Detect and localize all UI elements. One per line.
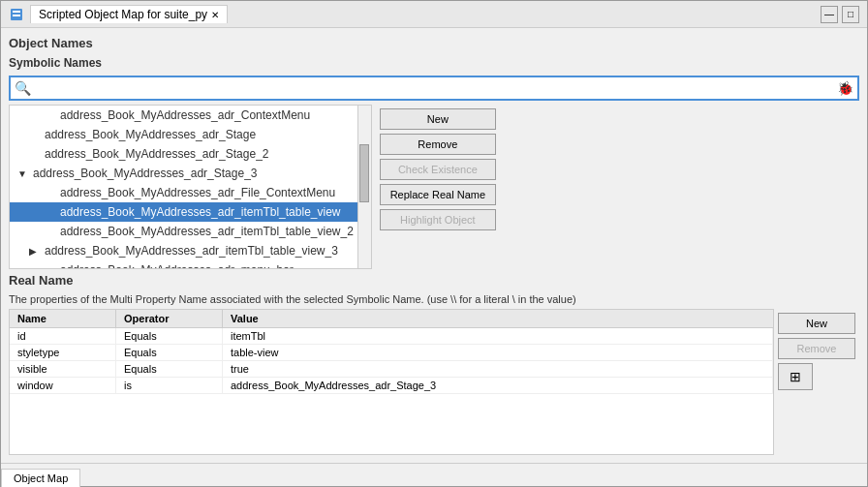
window-controls: — □ (821, 6, 859, 23)
list-item[interactable]: ▼address_Book_MyAddresses_adr_Stage_3 (10, 164, 357, 183)
table-body: idEqualsitemTblstyletypeEqualstable-view… (10, 328, 773, 394)
tab-close-icon[interactable]: ✕ (211, 10, 219, 20)
col-operator: Operator (116, 310, 223, 327)
table-row[interactable]: windowisaddress_Book_MyAddresses_adr_Sta… (10, 378, 773, 394)
window-tab[interactable]: Scripted Object Map for suite_py ✕ (30, 5, 228, 23)
cell-value: address_Book_MyAddresses_adr_Stage_3 (223, 378, 773, 393)
tab-title: Scripted Object Map for suite_py (39, 8, 207, 21)
object-names-title: Object Names (9, 36, 859, 50)
list-item-label: address_Book_MyAddresses_adr_itemTbl_tab… (45, 244, 338, 258)
real-name-title: Real Name (9, 273, 859, 288)
cell-value: true (223, 361, 773, 377)
minimize-button[interactable]: — (821, 6, 838, 23)
maximize-button[interactable]: □ (842, 6, 859, 23)
symbolic-section: address_Book_MyAddresses_adr_ContextMenu… (9, 105, 859, 269)
table-row[interactable]: visibleEqualstrue (10, 361, 773, 378)
list-item-label: address_Book_MyAddresses_adr_itemTbl_tab… (60, 205, 341, 219)
list-item-label: address_Book_MyAddresses_adr_ContextMenu (60, 108, 310, 122)
real-name-section: Real Name The properties of the Multi Pr… (9, 273, 859, 455)
col-name: Name (10, 310, 116, 327)
object-map-tab[interactable]: Object Map (1, 469, 80, 487)
new-property-button[interactable]: New (778, 313, 855, 334)
remove-property-button[interactable]: Remove (778, 338, 855, 359)
symbolic-list-container: address_Book_MyAddresses_adr_ContextMenu… (9, 105, 372, 269)
list-item[interactable]: address_Book_MyAddresses_adr_File_Contex… (10, 183, 357, 202)
list-item[interactable]: address_Book_MyAddresses_adr_Stage_2 (10, 144, 357, 164)
table-area: Name Operator Value idEqualsitemTblstyle… (9, 309, 859, 455)
table-row[interactable]: idEqualsitemTbl (10, 328, 773, 345)
list-item-label: address_Book_MyAddresses_adr_itemTbl_tab… (60, 225, 354, 238)
col-value: Value (223, 310, 773, 327)
list-item[interactable]: address_Book_MyAddresses_adr_itemTbl_tab… (10, 202, 357, 222)
symbolic-side-buttons: New Remove Check Existence Replace Real … (376, 105, 500, 269)
search-end-icon: 🐞 (837, 80, 853, 96)
list-item-label: address_Book_MyAddresses_adr_Stage (45, 128, 256, 141)
svg-rect-1 (13, 11, 20, 13)
list-item-label: address_Book_MyAddresses_adr_Stage_2 (45, 147, 268, 161)
title-bar: Scripted Object Map for suite_py ✕ — □ (1, 1, 867, 28)
icon-action-button[interactable]: ⊞ (778, 363, 813, 390)
svg-rect-2 (13, 15, 20, 16)
cell-operator: Equals (116, 328, 223, 344)
symbolic-scrollbar[interactable] (357, 106, 371, 268)
bottom-tab-bar: Object Map (1, 463, 867, 486)
real-name-description: The properties of the Multi Property Nam… (9, 293, 859, 305)
cell-value: itemTbl (223, 328, 773, 344)
cell-operator: is (116, 378, 223, 393)
search-bar: 🔍 🐞 (9, 76, 859, 101)
cell-operator: Equals (116, 345, 223, 360)
highlight-object-button[interactable]: Highlight Object (380, 209, 496, 230)
list-item-label: address_Book_MyAddresses_adr_menu_bar (60, 263, 294, 268)
main-window: Scripted Object Map for suite_py ✕ — □ O… (0, 0, 868, 487)
cell-name: styletype (10, 345, 116, 360)
list-item-label: address_Book_MyAddresses_adr_File_Contex… (60, 186, 335, 199)
scrollbar-thumb[interactable] (359, 144, 369, 202)
table-header: Name Operator Value (10, 310, 773, 328)
table-side-buttons: New Remove ⊞ (774, 309, 859, 455)
cell-name: id (10, 328, 116, 344)
list-item[interactable]: address_Book_MyAddresses_adr_itemTbl_tab… (10, 222, 357, 241)
table-row[interactable]: styletypeEqualstable-view (10, 345, 773, 361)
list-item[interactable]: address_Book_MyAddresses_adr_ContextMenu (10, 106, 357, 125)
symbolic-list[interactable]: address_Book_MyAddresses_adr_ContextMenu… (10, 106, 357, 268)
cell-value: table-view (223, 345, 773, 360)
title-bar-left: Scripted Object Map for suite_py ✕ (9, 5, 228, 23)
window-icon (9, 7, 24, 22)
search-input[interactable] (35, 81, 837, 95)
remove-symbolic-button[interactable]: Remove (380, 134, 496, 155)
new-symbolic-button[interactable]: New (380, 108, 496, 130)
cell-name: window (10, 378, 116, 393)
symbolic-names-label: Symbolic Names (9, 56, 859, 70)
cell-operator: Equals (116, 361, 223, 377)
cell-name: visible (10, 361, 116, 377)
replace-real-name-button[interactable]: Replace Real Name (380, 184, 496, 205)
list-item[interactable]: ▶address_Book_MyAddresses_adr_itemTbl_ta… (10, 241, 357, 260)
list-item[interactable]: address_Book_MyAddresses_adr_Stage (10, 125, 357, 144)
list-item-label: address_Book_MyAddresses_adr_Stage_3 (33, 167, 257, 180)
properties-table: Name Operator Value idEqualsitemTblstyle… (9, 309, 774, 455)
check-existence-button[interactable]: Check Existence (380, 159, 496, 180)
main-content: Object Names Symbolic Names 🔍 🐞 address_… (1, 28, 867, 463)
search-start-icon: 🔍 (15, 80, 31, 96)
list-item[interactable]: address_Book_MyAddresses_adr_menu_bar (10, 260, 357, 268)
